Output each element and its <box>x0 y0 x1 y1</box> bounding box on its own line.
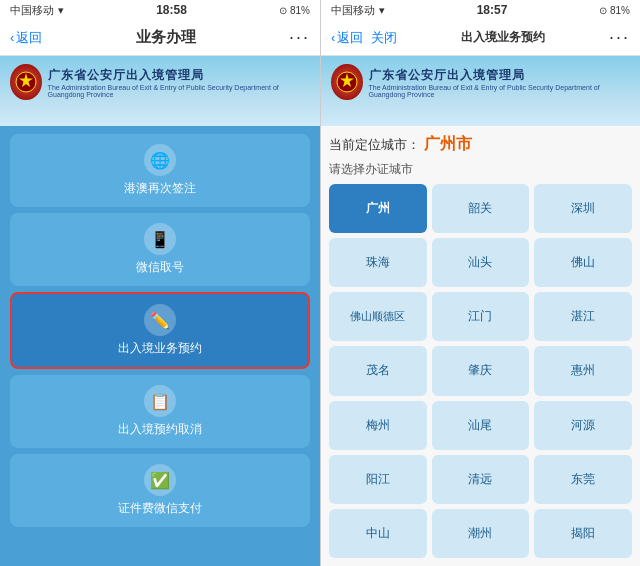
cert-pay-label: 证件费微信支付 <box>118 500 202 517</box>
menu-btn-cancel-appt[interactable]: 📋 出入境预约取消 <box>10 375 310 448</box>
left-logo-emblem <box>10 64 42 100</box>
menu-btn-hk-visa[interactable]: 🌐 港澳再次签注 <box>10 134 310 207</box>
right-back-label: 返回 <box>337 29 363 47</box>
right-carrier: 中国移动 <box>331 3 375 18</box>
left-logo-text: 广东省公安厅出入境管理局 The Administration Bureau o… <box>48 67 310 98</box>
cancel-appt-icon: 📋 <box>144 385 176 417</box>
cancel-appt-label: 出入境预约取消 <box>118 421 202 438</box>
hk-visa-icon: 🌐 <box>144 144 176 176</box>
right-battery: 81% <box>610 5 630 16</box>
right-back-button[interactable]: ‹ 返回 <box>331 29 363 47</box>
city-item-foshan[interactable]: 佛山 <box>534 238 632 287</box>
left-back-chevron: ‹ <box>10 30 14 45</box>
left-phone: 中国移动 ▾ 18:58 ⊙ 81% ‹ 返回 业务办理 ··· 广东省公安厅 <box>0 0 320 566</box>
city-item-jiangmen[interactable]: 江门 <box>432 292 530 341</box>
right-logo-area: 广东省公安厅出入境管理局 The Administration Bureau o… <box>331 64 630 100</box>
city-item-maoming[interactable]: 茂名 <box>329 346 427 395</box>
cert-pay-icon: ✅ <box>144 464 176 496</box>
city-item-fs_shunde[interactable]: 佛山顺德区 <box>329 292 427 341</box>
right-phone: 中国移动 ▾ 18:57 ⊙ 81% ‹ 返回 关闭 出入境业务预约 ··· <box>320 0 640 566</box>
left-logo-subtitle: The Administration Bureau of Exit & Entr… <box>48 84 310 98</box>
wechat-id-icon: 📱 <box>144 223 176 255</box>
city-item-zhanjiang[interactable]: 湛江 <box>534 292 632 341</box>
right-status-left: 中国移动 ▾ <box>331 3 385 18</box>
right-logo-text: 广东省公安厅出入境管理局 The Administration Bureau o… <box>369 67 631 98</box>
right-header-banner: 广东省公安厅出入境管理局 The Administration Bureau o… <box>321 56 640 126</box>
right-content: 当前定位城市： 广州市 请选择办证城市 广州韶关深圳珠海汕头佛山佛山顺德区江门湛… <box>321 126 640 566</box>
city-item-qingyuan[interactable]: 清远 <box>432 455 530 504</box>
right-logo-subtitle: The Administration Bureau of Exit & Entr… <box>369 84 631 98</box>
right-logo-title: 广东省公安厅出入境管理局 <box>369 67 631 84</box>
left-status-right: ⊙ 81% <box>279 5 310 16</box>
city-item-zhaoqing[interactable]: 肇庆 <box>432 346 530 395</box>
city-item-heyuan[interactable]: 河源 <box>534 401 632 450</box>
city-item-zhongshan[interactable]: 中山 <box>329 509 427 558</box>
location-label: 当前定位城市： <box>329 136 420 154</box>
city-item-guangzhou[interactable]: 广州 <box>329 184 427 233</box>
left-battery: 81% <box>290 5 310 16</box>
border-appt-icon: ✏️ <box>144 304 176 336</box>
city-item-shaoguan[interactable]: 韶关 <box>432 184 530 233</box>
left-logo-title: 广东省公安厅出入境管理局 <box>48 67 310 84</box>
right-status-bar: 中国移动 ▾ 18:57 ⊙ 81% <box>321 0 640 20</box>
city-item-chaozhou[interactable]: 潮州 <box>432 509 530 558</box>
city-item-shanwei[interactable]: 汕尾 <box>432 401 530 450</box>
right-more-button[interactable]: ··· <box>609 27 630 48</box>
menu-btn-border-appt[interactable]: ✏️ 出入境业务预约 <box>10 292 310 369</box>
city-select-label: 请选择办证城市 <box>329 161 632 178</box>
right-nav-title: 出入境业务预约 <box>461 29 545 46</box>
wechat-id-label: 微信取号 <box>136 259 184 276</box>
city-item-meizhou[interactable]: 梅州 <box>329 401 427 450</box>
city-item-jieyang[interactable]: 揭阳 <box>534 509 632 558</box>
city-item-shantou[interactable]: 汕头 <box>432 238 530 287</box>
left-time: 18:58 <box>156 3 187 17</box>
hk-visa-label: 港澳再次签注 <box>124 180 196 197</box>
city-grid: 广州韶关深圳珠海汕头佛山佛山顺德区江门湛江茂名肇庆惠州梅州汕尾河源阳江清远东莞中… <box>329 184 632 558</box>
left-content: 🌐 港澳再次签注 📱 微信取号 ✏️ 出入境业务预约 📋 出入境预约取消 ✅ 证… <box>0 126 320 566</box>
city-item-zhuhai[interactable]: 珠海 <box>329 238 427 287</box>
right-status-right: ⊙ 81% <box>599 5 630 16</box>
left-nav-title: 业务办理 <box>136 28 196 47</box>
left-signal-icon: ⊙ <box>279 5 287 16</box>
left-nav-bar: ‹ 返回 业务办理 ··· <box>0 20 320 56</box>
location-row: 当前定位城市： 广州市 <box>329 134 632 155</box>
left-header-banner: 广东省公安厅出入境管理局 The Administration Bureau o… <box>0 56 320 126</box>
left-more-button[interactable]: ··· <box>289 27 310 48</box>
right-logo-emblem <box>331 64 363 100</box>
city-item-dongguan[interactable]: 东莞 <box>534 455 632 504</box>
border-appt-label: 出入境业务预约 <box>118 340 202 357</box>
left-back-label: 返回 <box>16 29 42 47</box>
right-nav-bar: ‹ 返回 关闭 出入境业务预约 ··· <box>321 20 640 56</box>
city-item-huizhou[interactable]: 惠州 <box>534 346 632 395</box>
left-carrier: 中国移动 <box>10 3 54 18</box>
menu-btn-cert-pay[interactable]: ✅ 证件费微信支付 <box>10 454 310 527</box>
right-time: 18:57 <box>477 3 508 17</box>
city-item-shenzhen[interactable]: 深圳 <box>534 184 632 233</box>
left-wifi-icon: ▾ <box>58 4 64 17</box>
menu-btn-wechat-id[interactable]: 📱 微信取号 <box>10 213 310 286</box>
left-status-bar: 中国移动 ▾ 18:58 ⊙ 81% <box>0 0 320 20</box>
right-signal-icon: ⊙ <box>599 5 607 16</box>
left-back-button[interactable]: ‹ 返回 <box>10 29 42 47</box>
right-nav-actions[interactable]: ‹ 返回 关闭 <box>331 29 397 47</box>
right-wifi-icon: ▾ <box>379 4 385 17</box>
location-city: 广州市 <box>424 134 472 155</box>
right-back-chevron: ‹ <box>331 30 335 45</box>
left-status-left: 中国移动 ▾ <box>10 3 64 18</box>
right-close-button[interactable]: 关闭 <box>371 29 397 47</box>
left-logo-area: 广东省公安厅出入境管理局 The Administration Bureau o… <box>10 64 310 100</box>
city-item-yangjiang[interactable]: 阳江 <box>329 455 427 504</box>
